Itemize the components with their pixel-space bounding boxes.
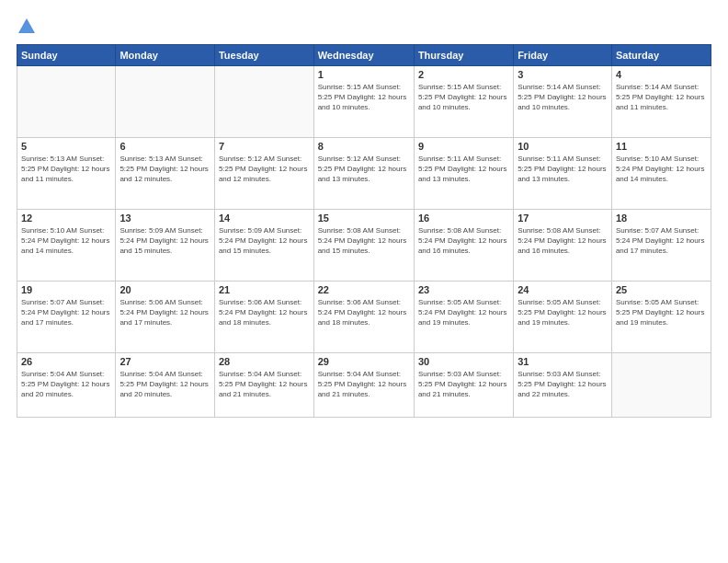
day-number: 28 [219,356,310,367]
day-number: 6 [119,141,210,152]
calendar-cell: 3Sunrise: 5:14 AM Sunset: 5:25 PM Daylig… [514,66,612,138]
weekday-header-tuesday: Tuesday [214,45,313,66]
day-info: Sunrise: 5:03 AM Sunset: 5:25 PM Dayligh… [518,369,608,400]
day-number: 14 [219,213,310,224]
calendar-cell: 29Sunrise: 5:04 AM Sunset: 5:25 PM Dayli… [313,353,414,418]
day-info: Sunrise: 5:04 AM Sunset: 5:25 PM Dayligh… [318,369,410,400]
day-info: Sunrise: 5:07 AM Sunset: 5:24 PM Dayligh… [616,225,707,257]
day-info: Sunrise: 5:13 AM Sunset: 5:25 PM Dayligh… [21,154,111,185]
calendar-cell: 20Sunrise: 5:06 AM Sunset: 5:24 PM Dayli… [116,282,215,353]
weekday-header-friday: Friday [514,45,612,66]
calendar-cell: 6Sunrise: 5:13 AM Sunset: 5:25 PM Daylig… [116,138,215,210]
day-number: 30 [418,356,509,367]
calendar-cell: 31Sunrise: 5:03 AM Sunset: 5:25 PM Dayli… [514,353,612,418]
day-number: 27 [119,356,210,367]
header [17,17,711,37]
calendar-cell: 9Sunrise: 5:11 AM Sunset: 5:25 PM Daylig… [414,138,513,210]
day-number: 13 [119,213,210,224]
calendar-cell: 2Sunrise: 5:15 AM Sunset: 5:25 PM Daylig… [414,66,513,138]
day-info: Sunrise: 5:04 AM Sunset: 5:25 PM Dayligh… [219,369,310,400]
day-info: Sunrise: 5:15 AM Sunset: 5:25 PM Dayligh… [318,82,410,113]
calendar-week-5: 26Sunrise: 5:04 AM Sunset: 5:25 PM Dayli… [17,353,711,418]
day-info: Sunrise: 5:03 AM Sunset: 5:25 PM Dayligh… [418,369,509,400]
calendar-cell: 11Sunrise: 5:10 AM Sunset: 5:24 PM Dayli… [611,138,711,210]
day-info: Sunrise: 5:09 AM Sunset: 5:24 PM Dayligh… [219,225,310,257]
calendar-cell: 30Sunrise: 5:03 AM Sunset: 5:25 PM Dayli… [414,353,513,418]
day-info: Sunrise: 5:09 AM Sunset: 5:24 PM Dayligh… [119,225,210,257]
weekday-header-row: SundayMondayTuesdayWednesdayThursdayFrid… [17,45,711,66]
day-info: Sunrise: 5:06 AM Sunset: 5:24 PM Dayligh… [119,297,210,328]
day-number: 25 [616,284,707,295]
day-number: 19 [21,284,111,295]
day-info: Sunrise: 5:14 AM Sunset: 5:25 PM Dayligh… [518,82,608,113]
day-number: 31 [518,356,608,367]
day-number: 23 [418,284,509,295]
weekday-header-monday: Monday [116,45,215,66]
day-info: Sunrise: 5:10 AM Sunset: 5:24 PM Dayligh… [21,225,111,257]
day-number: 11 [616,141,707,152]
day-info: Sunrise: 5:12 AM Sunset: 5:25 PM Dayligh… [318,154,410,185]
calendar-week-1: 1Sunrise: 5:15 AM Sunset: 5:25 PM Daylig… [17,66,711,138]
calendar-cell: 5Sunrise: 5:13 AM Sunset: 5:25 PM Daylig… [17,138,116,210]
day-number: 15 [318,213,410,224]
calendar-cell: 23Sunrise: 5:05 AM Sunset: 5:24 PM Dayli… [414,282,513,353]
calendar-week-3: 12Sunrise: 5:10 AM Sunset: 5:24 PM Dayli… [17,210,711,282]
logo [17,17,40,37]
day-info: Sunrise: 5:05 AM Sunset: 5:25 PM Dayligh… [616,297,707,328]
calendar-cell: 18Sunrise: 5:07 AM Sunset: 5:24 PM Dayli… [611,210,711,282]
calendar-cell: 27Sunrise: 5:04 AM Sunset: 5:25 PM Dayli… [116,353,215,418]
day-info: Sunrise: 5:07 AM Sunset: 5:24 PM Dayligh… [21,297,111,328]
calendar-cell [611,353,711,418]
day-number: 18 [616,213,707,224]
calendar-cell: 13Sunrise: 5:09 AM Sunset: 5:24 PM Dayli… [116,210,215,282]
day-number: 7 [219,141,310,152]
day-number: 12 [21,213,111,224]
day-number: 21 [219,284,310,295]
calendar-cell [17,66,116,138]
calendar-cell: 24Sunrise: 5:05 AM Sunset: 5:25 PM Dayli… [514,282,612,353]
calendar-cell: 25Sunrise: 5:05 AM Sunset: 5:25 PM Dayli… [611,282,711,353]
day-info: Sunrise: 5:06 AM Sunset: 5:24 PM Dayligh… [219,297,310,328]
day-info: Sunrise: 5:11 AM Sunset: 5:25 PM Dayligh… [518,154,608,185]
day-number: 1 [318,69,410,80]
calendar-week-4: 19Sunrise: 5:07 AM Sunset: 5:24 PM Dayli… [17,282,711,353]
calendar-cell: 4Sunrise: 5:14 AM Sunset: 5:25 PM Daylig… [611,66,711,138]
page: SundayMondayTuesdayWednesdayThursdayFrid… [0,0,728,563]
logo-icon [17,17,37,37]
calendar-cell: 14Sunrise: 5:09 AM Sunset: 5:24 PM Dayli… [214,210,313,282]
day-number: 4 [616,69,707,80]
day-number: 9 [418,141,509,152]
weekday-header-wednesday: Wednesday [313,45,414,66]
weekday-header-sunday: Sunday [17,45,116,66]
calendar-cell: 16Sunrise: 5:08 AM Sunset: 5:24 PM Dayli… [414,210,513,282]
day-info: Sunrise: 5:06 AM Sunset: 5:24 PM Dayligh… [318,297,410,328]
calendar-cell: 10Sunrise: 5:11 AM Sunset: 5:25 PM Dayli… [514,138,612,210]
calendar-cell: 12Sunrise: 5:10 AM Sunset: 5:24 PM Dayli… [17,210,116,282]
day-info: Sunrise: 5:13 AM Sunset: 5:25 PM Dayligh… [119,154,210,185]
day-info: Sunrise: 5:05 AM Sunset: 5:24 PM Dayligh… [418,297,509,328]
day-info: Sunrise: 5:11 AM Sunset: 5:25 PM Dayligh… [418,154,509,185]
calendar-table: SundayMondayTuesdayWednesdayThursdayFrid… [17,44,711,418]
day-number: 16 [418,213,509,224]
day-number: 10 [518,141,608,152]
day-number: 8 [318,141,410,152]
day-number: 3 [518,69,608,80]
calendar-cell [214,66,313,138]
calendar-cell: 21Sunrise: 5:06 AM Sunset: 5:24 PM Dayli… [214,282,313,353]
day-number: 17 [518,213,608,224]
calendar-cell: 1Sunrise: 5:15 AM Sunset: 5:25 PM Daylig… [313,66,414,138]
day-info: Sunrise: 5:12 AM Sunset: 5:25 PM Dayligh… [219,154,310,185]
calendar-week-2: 5Sunrise: 5:13 AM Sunset: 5:25 PM Daylig… [17,138,711,210]
day-info: Sunrise: 5:04 AM Sunset: 5:25 PM Dayligh… [119,369,210,400]
calendar-cell: 7Sunrise: 5:12 AM Sunset: 5:25 PM Daylig… [214,138,313,210]
calendar-cell: 15Sunrise: 5:08 AM Sunset: 5:24 PM Dayli… [313,210,414,282]
day-info: Sunrise: 5:10 AM Sunset: 5:24 PM Dayligh… [616,154,707,185]
day-info: Sunrise: 5:05 AM Sunset: 5:25 PM Dayligh… [518,297,608,328]
day-number: 20 [119,284,210,295]
day-number: 22 [318,284,410,295]
day-info: Sunrise: 5:14 AM Sunset: 5:25 PM Dayligh… [616,82,707,113]
day-info: Sunrise: 5:08 AM Sunset: 5:24 PM Dayligh… [418,225,509,257]
day-info: Sunrise: 5:08 AM Sunset: 5:24 PM Dayligh… [318,225,410,257]
calendar-cell: 22Sunrise: 5:06 AM Sunset: 5:24 PM Dayli… [313,282,414,353]
calendar-cell [116,66,215,138]
